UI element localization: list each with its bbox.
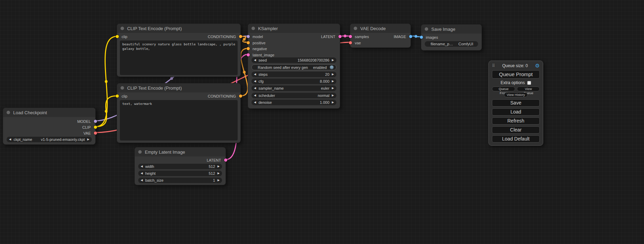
- clip-input-port[interactable]: [116, 94, 119, 98]
- widget-batch-size[interactable]: ◀ batch_size 1 ▶: [138, 178, 222, 183]
- vae-output-port[interactable]: [94, 132, 97, 135]
- left-arrow-icon[interactable]: ◀: [141, 179, 143, 182]
- clear-button[interactable]: Clear: [492, 126, 540, 134]
- node-empty-latent-image[interactable]: Empty Latent Image LATENT ◀ width 512 ▶ …: [134, 147, 226, 185]
- node-title-bar[interactable]: Empty Latent Image: [135, 147, 226, 156]
- positive-input-port[interactable]: [247, 41, 250, 44]
- load-default-button[interactable]: Load Default: [492, 135, 540, 143]
- conditioning-output-port[interactable]: [239, 94, 242, 98]
- refresh-button[interactable]: Refresh: [492, 117, 540, 125]
- widget-label: steps: [258, 72, 320, 76]
- left-arrow-icon[interactable]: ◀: [254, 101, 256, 104]
- left-arrow-icon[interactable]: ◀: [141, 172, 143, 175]
- node-title-bar[interactable]: Save Image: [421, 25, 482, 34]
- widget-random-seed-toggle[interactable]: Random seed after every gen enabled: [252, 64, 336, 70]
- toggle-knob[interactable]: [330, 65, 334, 69]
- right-arrow-icon[interactable]: ▶: [218, 165, 220, 168]
- positive-prompt-textarea[interactable]: beautiful scenery nature glass bottle la…: [120, 40, 238, 75]
- widget-ckpt-name[interactable]: ◀ ckpt_name v1-5-pruned-emaonly.ckpt ▶: [7, 137, 92, 142]
- latent-output-port[interactable]: [338, 35, 342, 38]
- load-button[interactable]: Load: [492, 108, 540, 116]
- latent-image-input-port[interactable]: [247, 53, 250, 56]
- node-load-checkpoint[interactable]: Load Checkpoint MODEL CLIP VAE ◀ ckpt_na…: [3, 108, 96, 145]
- widget-denoise[interactable]: ◀ denoise 1.000 ▶: [252, 100, 336, 105]
- vae-input-port[interactable]: [349, 41, 352, 44]
- negative-prompt-textarea[interactable]: text, watermark: [120, 100, 238, 141]
- left-arrow-icon[interactable]: ◀: [254, 80, 256, 83]
- view-history-button[interactable]: View History: [504, 92, 528, 97]
- slot-label: samples: [355, 35, 369, 39]
- widget-cfg[interactable]: ◀ cfg 8.000 ▶: [252, 79, 336, 84]
- save-button[interactable]: Save: [492, 99, 540, 107]
- left-arrow-icon[interactable]: ◀: [254, 87, 256, 90]
- view-queue-button[interactable]: View Queue: [517, 87, 540, 91]
- negative-input-port[interactable]: [247, 47, 250, 50]
- input-slot-images: images: [421, 34, 482, 40]
- clip-input-port[interactable]: [116, 35, 119, 38]
- node-title: CLIP Text Encode (Prompt): [127, 26, 182, 31]
- node-clip-text-encode-positive[interactable]: CLIP Text Encode (Prompt) clip CONDITION…: [117, 24, 241, 77]
- right-arrow-icon[interactable]: ▶: [87, 138, 89, 141]
- collapse-dot[interactable]: [354, 27, 357, 30]
- collapse-dot[interactable]: [7, 111, 10, 114]
- collapse-dot[interactable]: [138, 150, 142, 154]
- node-title-bar[interactable]: VAE Decode: [350, 24, 411, 33]
- input-slot-latent-image: latent_image: [248, 52, 340, 58]
- conditioning-output-port[interactable]: [239, 35, 242, 38]
- widget-label: height: [145, 171, 204, 175]
- widget-value: 512: [209, 171, 215, 175]
- right-arrow-icon[interactable]: ▶: [332, 73, 334, 76]
- extra-options-checkbox[interactable]: [527, 81, 531, 85]
- node-clip-text-encode-negative[interactable]: CLIP Text Encode (Prompt) clip CONDITION…: [117, 83, 241, 143]
- node-save-image[interactable]: Save Image images filename_prefix ComfyU…: [421, 24, 482, 51]
- model-input-port[interactable]: [247, 35, 250, 38]
- node-vae-decode[interactable]: VAE Decode samples IMAGE vae: [350, 24, 411, 48]
- widget-scheduler[interactable]: ◀ scheduler normal ▶: [252, 93, 336, 98]
- node-title-bar[interactable]: KSampler: [248, 24, 340, 33]
- collapse-dot[interactable]: [252, 27, 255, 30]
- widget-sampler-name[interactable]: ◀ sampler_name euler ▶: [252, 85, 336, 91]
- widget-label: denoise: [258, 100, 315, 105]
- left-arrow-icon[interactable]: ◀: [141, 165, 143, 168]
- collapse-dot[interactable]: [121, 27, 124, 30]
- right-arrow-icon[interactable]: ▶: [218, 172, 220, 175]
- image-output-port[interactable]: [409, 35, 412, 38]
- node-title-bar[interactable]: Load Checkpoint: [3, 108, 95, 117]
- settings-gear-icon[interactable]: ⚙: [535, 63, 540, 68]
- model-output-port[interactable]: [94, 120, 97, 123]
- collapse-dot[interactable]: [425, 27, 428, 31]
- widget-label: width: [145, 164, 204, 169]
- right-arrow-icon[interactable]: ▶: [332, 87, 334, 90]
- node-title-bar[interactable]: CLIP Text Encode (Prompt): [117, 24, 240, 33]
- right-arrow-icon[interactable]: ▶: [218, 179, 220, 182]
- right-arrow-icon[interactable]: ▶: [332, 59, 334, 62]
- widget-height[interactable]: ◀ height 512 ▶: [138, 171, 222, 176]
- collapse-dot[interactable]: [121, 86, 124, 90]
- slot-label: VAE: [83, 131, 91, 135]
- right-arrow-icon[interactable]: ▶: [332, 94, 334, 97]
- widget-value: v1-5-pruned-emaonly.ckpt: [41, 137, 85, 142]
- queue-front-button[interactable]: Queue Front: [492, 87, 515, 91]
- images-input-port[interactable]: [420, 36, 423, 39]
- queue-menu-panel: ⠿ Queue size: 0 ⚙ Queue Prompt Extra opt…: [488, 61, 543, 146]
- left-arrow-icon[interactable]: ◀: [254, 59, 256, 62]
- menu-drag-handle-icon[interactable]: ⠿: [492, 63, 495, 68]
- widget-filename-prefix[interactable]: filename_prefix ComfyUI: [425, 41, 478, 47]
- latent-output-port[interactable]: [224, 159, 227, 162]
- clip-output-port[interactable]: [94, 126, 97, 129]
- queue-prompt-button[interactable]: Queue Prompt: [492, 70, 540, 79]
- wire-midpoint-dot: [243, 71, 246, 74]
- node-ksampler[interactable]: KSampler model LATENT positive negative …: [248, 24, 340, 109]
- wire-midpoint-dot: [105, 80, 108, 83]
- widget-steps[interactable]: ◀ steps 20 ▶: [252, 72, 336, 77]
- widget-width[interactable]: ◀ width 512 ▶: [138, 164, 222, 169]
- widget-seed[interactable]: ◀ seed 156680208700286 ▶: [252, 57, 336, 63]
- samples-input-port[interactable]: [349, 35, 352, 38]
- right-arrow-icon[interactable]: ▶: [332, 80, 334, 83]
- left-arrow-icon[interactable]: ◀: [254, 94, 256, 97]
- node-title-bar[interactable]: CLIP Text Encode (Prompt): [117, 83, 240, 92]
- left-arrow-icon[interactable]: ◀: [9, 138, 11, 141]
- left-arrow-icon[interactable]: ◀: [254, 73, 256, 76]
- slot-label: positive: [253, 41, 265, 45]
- right-arrow-icon[interactable]: ▶: [332, 101, 334, 104]
